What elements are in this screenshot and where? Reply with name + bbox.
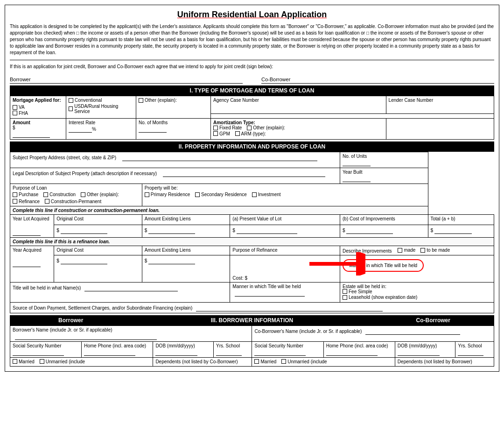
original-cost2-label: Original Cost (56, 247, 140, 253)
unmarried2-label: Unmarried (include (287, 359, 327, 364)
made-checkbox[interactable] (398, 248, 402, 253)
section1-table: Mortgage Applied for: VA FHA Conventiona… (10, 96, 494, 140)
leasehold-label: Leasehold (show expiration date) (349, 295, 417, 300)
conventional-checkbox[interactable] (69, 98, 73, 103)
refinance-line-label: Complete this line if this is a refinanc… (13, 239, 110, 244)
ssn-input[interactable] (13, 348, 64, 356)
orig-cost-input[interactable] (61, 226, 107, 234)
section3-borrower-header: Borrower (10, 315, 132, 325)
legal-description-input[interactable] (163, 170, 325, 177)
to-be-made-label: to be made (427, 247, 450, 253)
amt-liens2-input[interactable] (148, 257, 195, 264)
yrs-school2-cell: Yrs. School (455, 341, 494, 357)
arm-checkbox[interactable] (235, 131, 240, 136)
dob2-cell: DOB (mm/dd/yyyy) (395, 341, 455, 357)
manner-title-input[interactable] (235, 289, 305, 297)
source-down-payment-label: Source of Down Payment, Settlement Charg… (13, 305, 192, 311)
yrs-school-input[interactable] (216, 348, 242, 356)
amt-liens-input[interactable] (148, 226, 195, 234)
refinance-checkbox[interactable] (13, 199, 17, 204)
title-name-input[interactable] (84, 284, 178, 291)
present-value-input[interactable] (237, 226, 297, 234)
other-amort-checkbox[interactable] (247, 126, 252, 130)
borrowers-name-input[interactable] (15, 332, 157, 340)
purpose-of-loan-cell: Purpose of Loan Purchase Construction Ot… (10, 184, 142, 206)
fee-simple-checkbox[interactable] (343, 289, 347, 294)
months-input[interactable] (139, 125, 167, 133)
source-down-payment-cell: Source of Down Payment, Settlement Charg… (10, 302, 494, 313)
usda-checkbox[interactable] (69, 106, 73, 111)
to-be-made-checkbox[interactable] (420, 248, 425, 253)
yrs-school2-input[interactable] (458, 348, 483, 356)
ssn2-input[interactable] (254, 348, 306, 356)
dependents-label: Dependents (not listed by Co-Borrower) (155, 359, 238, 364)
dob2-input[interactable] (398, 348, 440, 356)
fha-label: FHA (19, 111, 28, 116)
leasehold-checkbox[interactable] (343, 295, 347, 300)
married2-checkbox[interactable] (254, 359, 259, 364)
dob-label: DOB (mm/dd/yyyy) (155, 343, 211, 348)
source-down-payment-input[interactable] (196, 304, 383, 311)
dependents2-cell: Dependents (not listed by Borrower) (395, 357, 494, 367)
title-name-cell: Title will be held in what Name(s) (10, 282, 230, 302)
year-built-input[interactable] (343, 175, 371, 182)
fixed-rate-checkbox[interactable] (213, 126, 218, 130)
amount-input[interactable] (13, 130, 50, 138)
legal-description-label: Legal Description of Subject Property (a… (13, 171, 157, 176)
married-checkbox[interactable] (13, 359, 17, 364)
cost-improv-dollar: $ (343, 228, 345, 233)
lender-case-number-cell: Lender Case Number (386, 96, 494, 114)
other-purpose-checkbox[interactable] (81, 192, 85, 197)
home-phone2-input[interactable] (326, 348, 378, 356)
amount-existing-liens2-label: Amount Existing Liens (145, 247, 228, 253)
title-name-label: Title will be held in what Name(s) (13, 285, 81, 290)
home-phone-input[interactable] (84, 348, 135, 356)
unmarried-checkbox[interactable] (40, 359, 44, 364)
section2-header: II. PROPERTY INFORMATION AND PURPOSE OF … (10, 141, 494, 152)
year-lot-input[interactable] (13, 228, 41, 236)
ssn2-cell: Social Security Number (252, 341, 323, 357)
purchase-checkbox[interactable] (13, 192, 17, 197)
va-checkbox[interactable] (13, 105, 17, 110)
dependents2-label: Dependents (not listed by Borrower) (398, 359, 472, 364)
investment-label: Investment (258, 192, 281, 197)
co-borrowers-name-input[interactable] (365, 327, 460, 335)
unmarried2-checkbox[interactable] (281, 359, 286, 364)
dob-input[interactable] (155, 348, 197, 356)
married-cell: Married Unmarried (include (10, 357, 153, 367)
agency-case-number-label: Agency Case Number (213, 98, 384, 103)
secondary-checkbox[interactable] (195, 192, 200, 197)
primary-checkbox[interactable] (145, 192, 149, 197)
total-ab-input[interactable] (434, 226, 472, 234)
construction-perm-checkbox[interactable] (45, 199, 49, 204)
co-borrowers-name-cell: Co-Borrower's Name (include Jr. or Sr. i… (252, 325, 494, 341)
gpm-checkbox[interactable] (213, 131, 218, 136)
section3-main-header: III. BORROWER INFORMATION (132, 315, 372, 325)
year-built-cell: Year Built (340, 168, 428, 184)
section3-table: Borrower's Name (include Jr. or Sr. if a… (10, 325, 494, 367)
other-checkbox[interactable] (139, 98, 143, 103)
interest-rate-input[interactable] (69, 125, 92, 133)
yrs-school-label: Yrs. School (216, 343, 249, 348)
home-phone-label: Home Phone (incl. area code) (84, 343, 150, 348)
interest-rate-label: Interest Rate (69, 120, 133, 125)
cost-improv-input[interactable] (346, 226, 393, 234)
orig-cost2-input[interactable] (61, 257, 107, 264)
other-amort-label: Other (explain): (253, 125, 285, 130)
fha-checkbox[interactable] (13, 111, 17, 115)
manner-title-cell: Manner in which Title will be held (230, 282, 340, 302)
no-of-units-input[interactable] (343, 159, 371, 166)
manner-title-label2: Manner in which Title will be held (232, 284, 301, 289)
unmarried-label: Unmarried (include (46, 359, 85, 364)
construction-checkbox[interactable] (43, 192, 48, 197)
fixed-rate-label: Fixed Rate (219, 125, 242, 130)
year-acquired-input[interactable] (13, 260, 41, 267)
amount-existing-liens-label: Amount Existing Liens (145, 216, 228, 221)
borrowers-name-label: Borrower's Name (include Jr. or Sr. if a… (13, 327, 112, 332)
ssn-cell: Social Security Number (10, 341, 82, 357)
subject-property-input[interactable] (122, 154, 317, 161)
year-built-label: Year Built (343, 170, 426, 175)
investment-checkbox[interactable] (252, 192, 257, 197)
amortization-type-label: Amortization Type: (213, 120, 384, 125)
construction-line-label: Complete this line if construction or co… (13, 208, 160, 213)
